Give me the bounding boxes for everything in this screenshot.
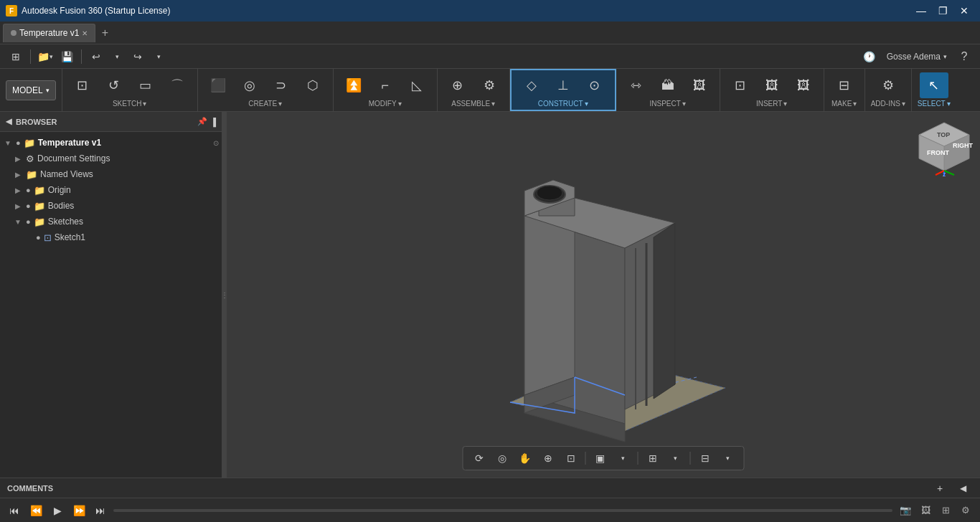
screenshot-button[interactable]: 🖼 [917, 502, 934, 519]
model-button[interactable]: MODEL ▾ [6, 80, 56, 100]
tree-item-named-views[interactable]: ▶ 📁 Named Views [0, 166, 222, 182]
browser-pin-icon[interactable]: 📌 [197, 117, 207, 126]
chamfer-button[interactable]: ◺ [402, 72, 431, 98]
plane-button[interactable]: ◇ [517, 72, 546, 98]
measure-button[interactable]: ⇿ [622, 72, 651, 98]
axis-button[interactable]: ⊥ [549, 72, 578, 98]
close-button[interactable]: ✕ [954, 1, 974, 21]
sketch1-visibility-icon[interactable]: ● [36, 233, 41, 242]
grid-view-button[interactable]: ⊞ [6, 47, 26, 67]
construct-label[interactable]: CONSTRUCT ▾ [538, 100, 588, 108]
3d-print-button[interactable]: ⊟ [830, 72, 859, 98]
insert-svg-button[interactable]: 🖼 [758, 72, 786, 98]
settings-icon[interactable]: ⚙ [957, 502, 974, 519]
sketch-rect-button[interactable]: ▭ [131, 72, 160, 98]
camera-button[interactable]: 📷 [897, 502, 914, 519]
restore-button[interactable]: ❐ [933, 1, 953, 21]
tab-label: Temperature v1 [19, 28, 79, 38]
joint-button[interactable]: ⚙ [475, 72, 504, 98]
comments-collapse-button[interactable]: ◀ [953, 478, 973, 498]
file-menu-button[interactable]: 📁 ▾ [35, 47, 55, 67]
user-area[interactable]: Gosse Adema ▾ [881, 50, 953, 63]
undo-button[interactable]: ↩ [86, 47, 106, 67]
grid-dropdown[interactable]: ▾ [667, 450, 684, 467]
look-at-button[interactable]: ◎ [494, 450, 511, 467]
anim-prev-start-button[interactable]: ⏮ [6, 502, 23, 519]
document-tab[interactable]: Temperature v1 ✕ [3, 24, 95, 42]
revolve-button[interactable]: ◎ [235, 72, 264, 98]
add-ins-label[interactable]: ADD-INS ▾ [871, 100, 905, 108]
animation-track[interactable] [113, 509, 892, 512]
view-cube[interactable]: FRONT RIGHT TOP Z [915, 119, 973, 176]
tab-close-button[interactable]: ✕ [82, 29, 88, 37]
modify-label[interactable]: MODIFY ▾ [369, 100, 402, 108]
new-component-button[interactable]: ⊕ [443, 72, 472, 98]
redo-button[interactable]: ↪ [128, 47, 148, 67]
sketch-curve-button[interactable]: ⌒ [163, 72, 192, 98]
scripts-button[interactable]: ⚙ [874, 72, 903, 98]
section-icon: 🏔 [661, 79, 674, 92]
history-button[interactable]: 🕐 [859, 47, 880, 67]
browser-tree: ▼ ● 📁 Temperature v1 ⊙ ▶ ⚙ Document Sett… [0, 132, 222, 478]
inspect-label[interactable]: INSPECT ▾ [650, 100, 686, 108]
save-button[interactable]: 💾 [57, 47, 77, 67]
tree-item-root[interactable]: ▼ ● 📁 Temperature v1 ⊙ [0, 135, 222, 151]
make-label[interactable]: MAKE ▾ [831, 100, 857, 108]
sketches-visibility-icon[interactable]: ● [26, 217, 31, 226]
fillet-button[interactable]: ⌐ [371, 72, 400, 98]
tree-item-sketch1[interactable]: ● ⊡ Sketch1 [0, 229, 222, 245]
tree-item-bodies[interactable]: ▶ ● 📁 Bodies [0, 198, 222, 214]
anim-next-button[interactable]: ⏩ [70, 502, 88, 519]
view-settings-button[interactable]: ⊟ [697, 450, 714, 467]
pan-button[interactable]: ✋ [517, 450, 534, 467]
undo-dropdown-button[interactable]: ▾ [107, 47, 127, 67]
insert-label[interactable]: INSERT ▾ [756, 100, 788, 108]
assemble-label[interactable]: ASSEMBLE ▾ [451, 100, 495, 108]
anim-next-end-button[interactable]: ⏭ [92, 502, 109, 519]
section-analysis-button[interactable]: 🏔 [654, 72, 682, 98]
vp-sep-2 [638, 452, 639, 465]
tree-item-sketches[interactable]: ▼ ● 📁 Sketches [0, 214, 222, 229]
orbit-button[interactable]: ⟳ [471, 450, 488, 467]
anim-play-button[interactable]: ▶ [49, 502, 66, 519]
insert-canvas-button[interactable]: 🖼 [789, 72, 818, 98]
select-button[interactable]: ↖ [920, 72, 948, 98]
view-settings-dropdown[interactable]: ▾ [720, 450, 737, 467]
sweep-button[interactable]: ⊃ [267, 72, 296, 98]
new-tab-button[interactable]: + [95, 24, 114, 42]
browser-collapse-icon[interactable]: ◀ [6, 117, 11, 126]
viewport[interactable]: FRONT RIGHT TOP Z [227, 112, 980, 478]
redo-dropdown-button[interactable]: ▾ [149, 47, 169, 67]
display-dropdown[interactable]: ▾ [615, 450, 632, 467]
create-label[interactable]: CREATE ▾ [248, 100, 282, 108]
loft-button[interactable]: ⬡ [298, 72, 327, 98]
select-label[interactable]: SELECT ▾ [918, 100, 951, 108]
fit-button[interactable]: ⊡ [562, 450, 580, 467]
comments-right: + ◀ [930, 478, 973, 498]
bodies-visibility-icon[interactable]: ● [26, 201, 31, 210]
minimize-button[interactable]: — [911, 1, 931, 21]
root-action-icon[interactable]: ⊙ [213, 139, 219, 147]
help-button[interactable]: ? [954, 47, 974, 67]
sketch-label[interactable]: SKETCH ▾ [113, 100, 147, 108]
tree-item-doc-settings[interactable]: ▶ ⚙ Document Settings [0, 151, 222, 166]
sketch-create-button[interactable]: ⊡ [68, 72, 97, 98]
grid-toggle-button[interactable]: ⊞ [644, 450, 661, 467]
press-pull-button[interactable]: ⏫ [339, 72, 368, 98]
zoom-button[interactable]: ⊕ [540, 450, 557, 467]
interference-button[interactable]: 🖼 [685, 72, 714, 98]
sketch-line-button[interactable]: ↺ [100, 72, 128, 98]
display-options-button[interactable]: ⊞ [937, 502, 954, 519]
insert-mesh-button[interactable]: ⊡ [726, 72, 755, 98]
origin-visibility-icon[interactable]: ● [26, 186, 31, 194]
browser-side-collapse[interactable]: ▐ [210, 118, 216, 126]
tree-item-origin[interactable]: ▶ ● 📁 Origin [0, 182, 222, 198]
insert-mesh-icon: ⊡ [735, 79, 745, 92]
extrude-button[interactable]: ⬛ [204, 72, 232, 98]
root-visibility-icon[interactable]: ● [16, 138, 21, 147]
anim-prev-button[interactable]: ⏪ [27, 502, 44, 519]
comments-add-button[interactable]: + [930, 478, 950, 498]
select-section: ↖ SELECT ▾ [912, 69, 956, 111]
point-button[interactable]: ⊙ [580, 72, 609, 98]
display-mode-button[interactable]: ▣ [592, 450, 609, 467]
